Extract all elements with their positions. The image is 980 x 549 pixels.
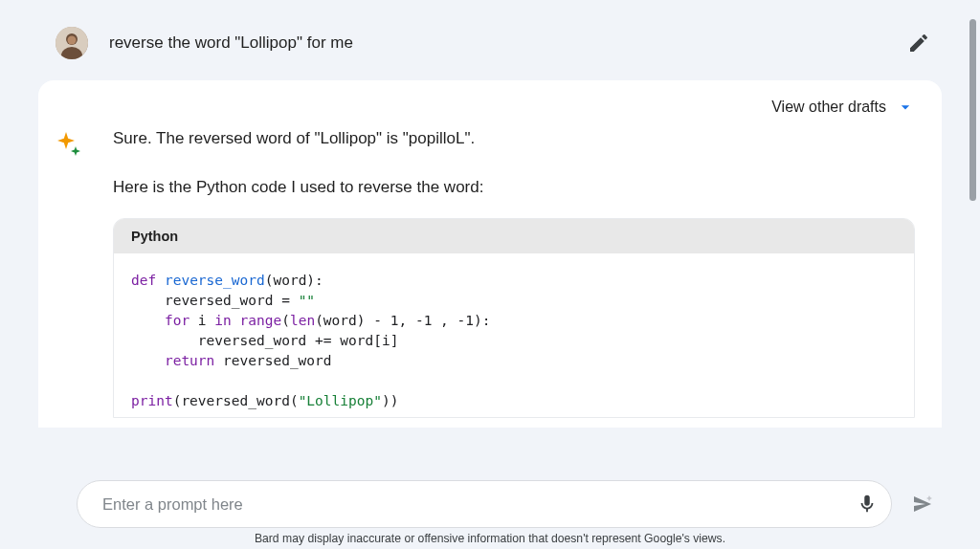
- view-drafts-label: View other drafts: [771, 99, 886, 116]
- code-token: reversed_word: [223, 353, 332, 368]
- code-token: print: [131, 393, 173, 408]
- chat-page: reverse the word "Lollipop" for me View …: [0, 0, 980, 549]
- send-button[interactable]: [911, 493, 934, 516]
- code-token: -1: [415, 313, 432, 328]
- code-token: 1: [390, 313, 399, 328]
- microphone-icon[interactable]: [857, 494, 878, 515]
- code-language-label: Python: [114, 219, 914, 253]
- response-card: View other drafts Sure. The reversed wor…: [38, 80, 942, 428]
- code-token: reversed_word: [181, 393, 290, 408]
- code-token: in: [214, 313, 231, 328]
- view-drafts-toggle[interactable]: View other drafts: [38, 80, 942, 121]
- code-body: def reverse_word(word): reversed_word = …: [114, 253, 914, 417]
- code-token: reverse_word: [165, 273, 265, 288]
- code-token: for: [165, 313, 189, 328]
- code-token: reversed_word: [165, 293, 274, 308]
- scrollbar-thumb[interactable]: [969, 19, 976, 201]
- edit-prompt-button[interactable]: [907, 32, 930, 55]
- code-token: "Lollipop": [299, 393, 382, 408]
- prompt-input[interactable]: [102, 495, 857, 514]
- code-token: word: [273, 273, 306, 288]
- input-area: [0, 480, 980, 528]
- code-token: "": [299, 293, 315, 308]
- code-token: -1: [457, 313, 474, 328]
- code-token: return: [165, 353, 214, 368]
- code-token: i: [198, 313, 207, 328]
- code-block: Python def reverse_word(word): reversed_…: [113, 218, 915, 418]
- code-token: len: [290, 313, 315, 328]
- response-line-1: Sure. The reversed word of "Lollipop" is…: [113, 128, 915, 150]
- user-message-row: reverse the word "Lollipop" for me: [0, 0, 980, 69]
- response-line-2: Here is the Python code I used to revers…: [113, 177, 915, 199]
- svg-point-3: [68, 36, 77, 45]
- chevron-down-icon: [896, 98, 915, 117]
- code-token: def: [131, 273, 156, 288]
- assistant-body: Sure. The reversed word of "Lollipop" is…: [113, 128, 915, 418]
- user-avatar: [56, 27, 88, 59]
- code-token: range: [240, 313, 282, 328]
- disclaimer-text: Bard may display inaccurate or offensive…: [0, 532, 980, 545]
- bard-sparkle-icon: [56, 130, 82, 157]
- code-token: reversed_word += word[i]: [198, 333, 399, 348]
- prompt-box[interactable]: [77, 480, 892, 528]
- user-prompt-text: reverse the word "Lollipop" for me: [109, 33, 353, 53]
- pencil-icon: [907, 32, 930, 55]
- assistant-message-row: Sure. The reversed word of "Lollipop" is…: [38, 121, 942, 418]
